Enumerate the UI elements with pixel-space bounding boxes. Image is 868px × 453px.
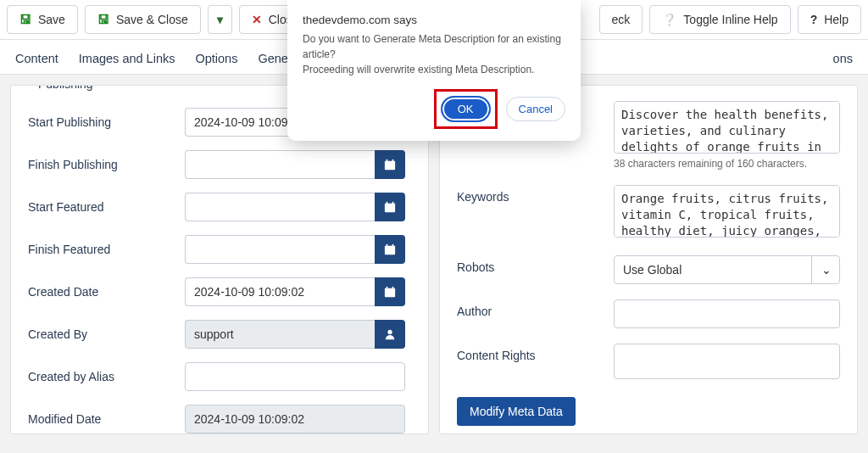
content-rights-input[interactable] — [614, 344, 840, 379]
modified-date-label: Modified Date — [28, 412, 185, 426]
start-featured-input[interactable] — [185, 193, 375, 221]
tab-options[interactable]: Options — [193, 48, 239, 69]
publishing-legend: Publishing — [31, 85, 100, 91]
svg-rect-14 — [392, 287, 394, 289]
chevron-down-icon: ▾ — [217, 13, 223, 26]
tab-content[interactable]: Content — [14, 48, 60, 69]
toggle-inline-help-button[interactable]: ❔ Toggle Inline Help — [649, 5, 790, 34]
dialog-title: thedevdemo.com says — [303, 14, 565, 26]
save-dropdown-button[interactable]: ▾ — [208, 5, 232, 34]
tab-images-links[interactable]: Images and Links — [77, 48, 177, 69]
created-by-alias-label: Created by Alias — [28, 370, 185, 383]
save-button[interactable]: 🖫 Save — [7, 5, 78, 34]
finish-featured-label: Finish Featured — [28, 243, 185, 256]
calendar-icon[interactable] — [375, 193, 405, 221]
svg-rect-9 — [385, 246, 395, 255]
created-by-input[interactable] — [185, 320, 375, 349]
author-label: Author — [457, 299, 614, 328]
start-publishing-label: Start Publishing — [28, 115, 185, 129]
content-rights-label: Content Rights — [457, 344, 614, 382]
finish-publishing-label: Finish Publishing — [28, 158, 185, 171]
save-label: Save — [38, 13, 65, 26]
save-icon: 🖫 — [19, 13, 31, 26]
close-icon: ✕ — [252, 13, 262, 26]
author-input[interactable] — [614, 299, 840, 328]
svg-rect-12 — [385, 288, 395, 298]
calendar-icon[interactable] — [375, 150, 405, 179]
finish-publishing-input[interactable] — [185, 150, 375, 179]
question-icon: ? — [810, 13, 818, 26]
svg-point-15 — [387, 330, 392, 334]
keywords-input[interactable] — [614, 185, 840, 238]
calendar-icon[interactable] — [375, 235, 405, 264]
svg-rect-5 — [392, 159, 394, 162]
svg-rect-8 — [392, 202, 394, 204]
svg-rect-10 — [387, 244, 388, 247]
svg-rect-11 — [392, 244, 394, 247]
created-date-input[interactable] — [185, 277, 375, 306]
svg-rect-13 — [387, 287, 388, 289]
dialog-cancel-button[interactable]: Cancel — [506, 97, 565, 121]
svg-rect-4 — [387, 159, 388, 162]
meta-description-input[interactable] — [614, 101, 840, 154]
save-close-button[interactable]: 🖫 Save & Close — [85, 5, 201, 34]
created-by-label: Created By — [28, 327, 185, 341]
created-by-alias-input[interactable] — [185, 362, 405, 391]
user-icon[interactable] — [375, 320, 405, 349]
dialog-message: Do you want to Generate Meta Description… — [303, 31, 565, 77]
help-button[interactable]: ? Help — [798, 5, 861, 34]
meta-description-remaining: 38 characters remaining of 160 character… — [614, 158, 840, 170]
svg-rect-7 — [387, 202, 388, 204]
dialog-ok-highlight: OK — [434, 89, 498, 129]
save-close-label: Save & Close — [116, 13, 188, 26]
check-label: eck — [612, 13, 631, 26]
created-date-label: Created Date — [28, 285, 185, 299]
toggle-help-label: Toggle Inline Help — [683, 13, 777, 26]
dialog-ok-button[interactable]: OK — [441, 96, 491, 122]
start-featured-label: Start Featured — [28, 200, 185, 214]
keywords-label: Keywords — [457, 185, 614, 240]
help-label: Help — [824, 13, 849, 26]
robots-select[interactable]: Use Global — [614, 255, 840, 284]
svg-rect-3 — [385, 161, 395, 171]
modify-meta-data-button[interactable]: Modify Meta Data — [457, 397, 576, 426]
check-button[interactable]: eck — [599, 5, 643, 34]
tab-ons[interactable]: ons — [832, 48, 854, 69]
calendar-icon[interactable] — [375, 277, 405, 306]
svg-rect-6 — [385, 204, 395, 213]
confirm-dialog: thedevdemo.com says Do you want to Gener… — [287, 0, 581, 141]
modified-date-input — [185, 405, 405, 433]
save-icon: 🖫 — [97, 13, 109, 26]
finish-featured-input[interactable] — [185, 235, 375, 264]
robots-label: Robots — [457, 255, 614, 284]
help-icon: ❔ — [662, 13, 676, 26]
